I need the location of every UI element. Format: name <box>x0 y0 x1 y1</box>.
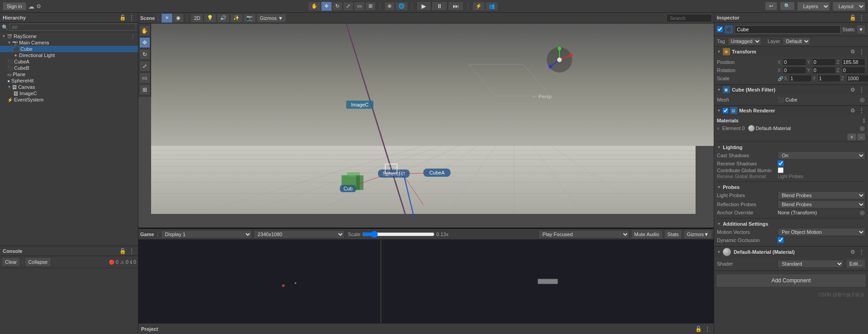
rot-x-input[interactable]: 0 <box>783 67 806 74</box>
sign-in-button[interactable]: Sign in <box>3 2 26 10</box>
mesh-filter-menu-btn[interactable]: ⋮ <box>858 87 865 93</box>
center-pivot[interactable]: ⊕ <box>384 2 395 11</box>
tree-item-maincamera[interactable]: ▼ 📷 Main Camera <box>0 39 138 46</box>
console-menu-button[interactable]: ⋮ <box>128 248 135 254</box>
object-name-input[interactable]: Cube <box>735 25 841 34</box>
material-header[interactable]: ▼ Default-Material (Material) ⚙ ⋮ <box>714 247 868 257</box>
custom-tool-btn[interactable]: ⊞ <box>139 84 150 95</box>
tree-item-cubeb[interactable]: ⬛ CubeB <box>0 65 138 71</box>
scene-overlay[interactable]: ◉ <box>173 14 184 23</box>
reflection-probes-select[interactable]: Blend Probes <box>778 200 865 208</box>
scale-tool-btn[interactable]: ⤢ <box>139 61 150 72</box>
tag-select[interactable]: Untagged <box>728 37 761 45</box>
scale-x-input[interactable]: 1 <box>789 75 812 82</box>
tree-item-spherehit[interactable]: ● SphereHit <box>0 77 138 84</box>
scene-camera[interactable]: 📷 <box>243 14 256 23</box>
layer-select[interactable]: Default <box>783 37 810 45</box>
hand-tool-btn[interactable]: ✋ <box>139 25 150 36</box>
lighting-button[interactable]: 💡 <box>204 14 216 23</box>
global-local[interactable]: 🌐 <box>395 2 408 11</box>
search-global-button[interactable]: 🔍 <box>780 2 794 10</box>
audio-button[interactable]: 🔊 <box>217 14 230 23</box>
move-tool[interactable]: ✥ <box>321 2 332 11</box>
tree-item-plane[interactable]: ▭ Plane <box>0 71 138 77</box>
renderer-menu-btn[interactable]: ⋮ <box>858 107 865 114</box>
hierarchy-lock-button[interactable]: 🔓 <box>118 15 127 21</box>
tree-item-rayscene[interactable]: ▼ 🎬 RayScene ⋮ <box>0 33 138 39</box>
transform-menu-btn[interactable]: ⋮ <box>858 48 865 55</box>
remove-material-btn[interactable]: - <box>857 133 865 140</box>
multi-tool[interactable]: ⊞ <box>365 2 376 11</box>
add-material-btn[interactable]: + <box>847 133 856 140</box>
cast-shadows-select[interactable]: On <box>778 151 865 160</box>
light-probes-select[interactable]: Blend Probes <box>778 191 865 199</box>
pos-x-input[interactable]: 0 <box>783 58 806 66</box>
additional-subheader[interactable]: ▼ Additional Settings <box>717 220 865 228</box>
rect-tool-btn[interactable]: ▭ <box>139 73 150 83</box>
pause-button[interactable]: ⏸ <box>432 1 447 11</box>
2d-button[interactable]: 2D <box>191 14 203 23</box>
tree-item-eventsystem[interactable]: ⚡ EventSystem <box>0 97 138 103</box>
play-focused-select[interactable]: Play Focused <box>539 230 629 238</box>
collapse-button[interactable]: Collapse <box>25 257 51 266</box>
shader-select[interactable]: Standard <box>778 260 843 268</box>
inspector-menu-button[interactable]: ⋮ <box>858 15 865 21</box>
motion-vectors-select[interactable]: Per Object Motion <box>778 228 865 236</box>
display-select[interactable]: Display 1 <box>161 230 252 238</box>
scale-slider[interactable] <box>362 231 434 238</box>
project-lock-button[interactable]: 🔓 <box>694 326 703 332</box>
lighting-subheader[interactable]: ▼ Lighting <box>717 144 865 151</box>
contribute-gi-checkbox[interactable] <box>778 167 784 173</box>
play-button[interactable]: ▶ <box>417 1 431 11</box>
tree-item-directionallight[interactable]: ☀ Directional Light <box>0 52 138 58</box>
step-button[interactable]: ⏭ <box>448 1 464 11</box>
move-tool-btn[interactable]: ✥ <box>139 37 150 48</box>
active-checkbox[interactable] <box>717 26 723 32</box>
resolution-select[interactable]: 2340x1080 <box>254 230 344 238</box>
hand-tool[interactable]: ✋ <box>308 2 321 11</box>
dynamic-occlusion-checkbox[interactable] <box>778 237 784 243</box>
fx-button[interactable]: ✨ <box>230 14 243 23</box>
scene-menu-button[interactable]: ⋮ <box>130 34 136 39</box>
layout-dropdown[interactable]: Layout <box>833 2 865 11</box>
mesh-filter-settings-btn[interactable]: ⚙ <box>849 87 856 93</box>
mute-audio-button[interactable]: Mute Audio <box>631 230 662 239</box>
scale-z-input[interactable]: 1000 <box>846 75 868 82</box>
rot-z-input[interactable]: 0 <box>842 67 865 74</box>
console-lock-button[interactable]: 🔓 <box>118 248 127 254</box>
tree-item-canvas[interactable]: ▼ 🖼 Canvas <box>0 84 138 90</box>
rotate-tool-btn[interactable]: ↻ <box>139 49 150 60</box>
rotate-tool[interactable]: ↻ <box>332 2 343 11</box>
renderer-settings-btn[interactable]: ⚙ <box>849 107 856 114</box>
mesh-filter-header[interactable]: ▼ ▣ Cube (Mesh Filter) ⚙ ⋮ <box>714 85 868 95</box>
static-dropdown-btn[interactable]: ▼ <box>857 25 865 34</box>
collab[interactable]: 👥 <box>485 2 498 11</box>
mesh-renderer-header[interactable]: ▼ ▤ Mesh Renderer ⚙ ⋮ <box>714 106 868 116</box>
tree-item-cube[interactable]: ⬛ Cube <box>0 46 138 52</box>
transform-settings-btn[interactable]: ⚙ <box>849 48 856 55</box>
scene-canvas[interactable]: ImageC SphereHit CubeA <box>151 24 714 228</box>
material-settings-btn[interactable]: ⚙ <box>849 249 856 255</box>
undo-button[interactable]: ↩ <box>765 2 777 10</box>
material-picker-btn[interactable]: ◎ <box>859 125 865 131</box>
probes-subheader[interactable]: ▼ Probes <box>717 184 865 191</box>
rect-tool[interactable]: ▭ <box>354 2 365 11</box>
transform-header[interactable]: ▼ ⊕ Transform ⚙ ⋮ <box>714 47 868 57</box>
scale-tool[interactable]: ⤢ <box>343 2 353 11</box>
tree-item-imagec[interactable]: 🖼 ImageC <box>0 90 138 97</box>
material-menu-btn[interactable]: ⋮ <box>858 249 865 255</box>
stats-button[interactable]: Stats <box>664 230 682 239</box>
hierarchy-menu-button[interactable]: ⋮ <box>128 15 135 21</box>
shading-mode[interactable]: ☀ <box>162 14 172 23</box>
pos-z-input[interactable]: 185.58 <box>842 58 865 66</box>
project-menu-button[interactable]: ⋮ <box>704 326 711 332</box>
hierarchy-search-input[interactable] <box>10 24 136 31</box>
renderer-enabled-checkbox[interactable] <box>723 108 728 113</box>
scene-search-input[interactable] <box>667 14 712 22</box>
receive-shadows-checkbox[interactable] <box>778 160 784 166</box>
pos-y-input[interactable]: 0 <box>812 58 836 66</box>
gizmos-btn[interactable]: Gizmos ▼ <box>256 14 286 23</box>
shader-edit-btn[interactable]: Edit... <box>846 259 865 268</box>
inspector-lock-button[interactable]: 🔓 <box>848 15 857 21</box>
gizmos-game-button[interactable]: Gizmos ▼ <box>684 230 712 239</box>
